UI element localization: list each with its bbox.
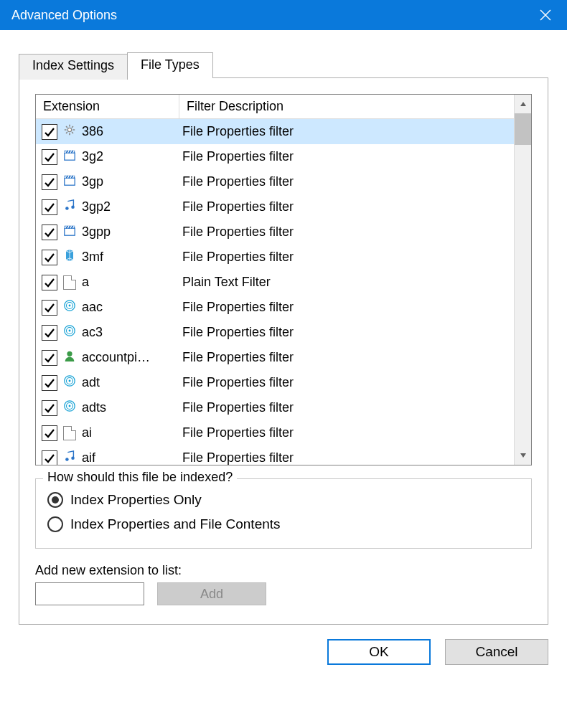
list-row[interactable]: 3mfFile Properties filter <box>36 245 514 270</box>
file-type-icon <box>62 325 78 341</box>
list-row[interactable]: adtFile Properties filter <box>36 370 514 395</box>
extension-cell: adt <box>82 375 175 390</box>
list-row[interactable]: adtsFile Properties filter <box>36 395 514 420</box>
list-row[interactable]: 3g2File Properties filter <box>36 144 514 169</box>
row-checkbox[interactable] <box>42 250 57 265</box>
add-button: Add <box>157 582 266 605</box>
row-checkbox[interactable] <box>42 325 57 341</box>
list-row[interactable]: aacFile Properties filter <box>36 295 514 320</box>
extension-cell: 3mf <box>82 250 175 265</box>
clapperboard-icon <box>63 174 76 190</box>
row-checkbox[interactable] <box>42 224 57 240</box>
file-type-icon <box>62 300 78 316</box>
extension-cell: ai <box>82 425 175 440</box>
list-row[interactable]: 386File Properties filter <box>36 119 514 144</box>
svg-marker-26 <box>520 102 526 106</box>
cancel-button[interactable]: Cancel <box>445 639 548 665</box>
row-checkbox[interactable] <box>42 400 57 416</box>
filter-description-cell: File Properties filter <box>175 174 514 189</box>
row-checkbox[interactable] <box>42 275 57 290</box>
file-type-icon <box>62 275 78 290</box>
file-type-icon <box>62 375 78 391</box>
file-type-icon <box>62 149 78 165</box>
svg-point-17 <box>67 351 72 356</box>
filter-description-cell: File Properties filter <box>175 450 514 465</box>
window-title: Advanced Options <box>11 8 117 23</box>
radio-label: Index Properties Only <box>70 492 202 508</box>
row-checkbox[interactable] <box>42 375 57 391</box>
filter-description-cell: File Properties filter <box>175 199 514 214</box>
titlebar: Advanced Options <box>0 0 567 30</box>
index-mode-group: How should this file be indexed? Index P… <box>35 478 532 549</box>
tab-file-types[interactable]: File Types <box>127 52 213 78</box>
filter-description-cell: File Properties filter <box>175 300 514 315</box>
filter-description-cell: File Properties filter <box>175 350 514 365</box>
extension-cell: 386 <box>82 124 175 139</box>
list-row[interactable]: 3gp2File Properties filter <box>36 194 514 219</box>
list-row[interactable]: 3gppFile Properties filter <box>36 219 514 245</box>
filter-description-cell: File Properties filter <box>175 124 514 139</box>
extension-cell: accountpi… <box>82 350 175 365</box>
row-checkbox[interactable] <box>42 350 57 366</box>
file-type-icon <box>62 350 78 366</box>
row-checkbox[interactable] <box>42 199 57 215</box>
add-extension-label: Add new extension to list: <box>35 563 532 578</box>
filter-description-cell: File Properties filter <box>175 325 514 340</box>
svg-point-8 <box>71 205 75 209</box>
file-type-icon <box>62 425 78 441</box>
svg-point-23 <box>69 405 71 407</box>
group-title: How should this file be indexed? <box>43 470 237 485</box>
row-checkbox[interactable] <box>42 300 57 316</box>
music-icon <box>63 450 76 465</box>
gear-icon <box>63 123 76 140</box>
close-icon <box>540 9 551 21</box>
list-row[interactable]: aiFile Properties filter <box>36 420 514 445</box>
column-header-filter-description[interactable]: Filter Description <box>179 95 514 118</box>
list-row[interactable]: aPlain Text Filter <box>36 270 514 295</box>
row-checkbox[interactable] <box>42 149 57 165</box>
file-type-icon <box>62 400 78 416</box>
svg-point-24 <box>65 458 69 461</box>
disc-icon <box>63 374 76 391</box>
clapperboard-icon <box>63 224 76 240</box>
new-extension-input[interactable] <box>35 582 144 605</box>
file-type-icon <box>62 199 78 215</box>
list-row[interactable]: 3gpFile Properties filter <box>36 169 514 194</box>
radio-label: Index Properties and File Contents <box>70 516 281 532</box>
row-checkbox[interactable] <box>42 450 57 465</box>
extension-cell: a <box>82 275 175 290</box>
column-header-extension[interactable]: Extension <box>36 95 179 118</box>
filter-description-cell: File Properties filter <box>175 149 514 164</box>
scroll-down-button[interactable] <box>515 446 531 465</box>
radio-indicator-icon <box>47 516 63 532</box>
svg-point-2 <box>67 128 71 131</box>
close-button[interactable] <box>524 0 567 30</box>
row-checkbox[interactable] <box>42 174 57 190</box>
svg-point-7 <box>65 207 69 210</box>
svg-point-25 <box>71 456 75 460</box>
radio-index-properties-only[interactable]: Index Properties Only <box>47 488 520 512</box>
filter-description-cell: File Properties filter <box>175 224 514 240</box>
file-icon <box>63 426 76 440</box>
scrollbar[interactable] <box>514 95 531 465</box>
row-checkbox[interactable] <box>42 425 57 441</box>
tab-index-settings[interactable]: Index Settings <box>19 54 128 80</box>
file-type-icon <box>62 224 78 240</box>
list-row[interactable]: accountpi…File Properties filter <box>36 345 514 370</box>
3d-icon <box>65 249 75 265</box>
scroll-up-button[interactable] <box>515 95 531 113</box>
list-row[interactable]: ac3File Properties filter <box>36 320 514 345</box>
extension-cell: ac3 <box>82 325 175 340</box>
svg-point-13 <box>69 305 71 307</box>
row-checkbox[interactable] <box>42 124 57 140</box>
svg-rect-5 <box>65 178 75 185</box>
list-row[interactable]: aifFile Properties filter <box>36 445 514 465</box>
disc-icon <box>63 299 76 316</box>
filter-description-cell: Plain Text Filter <box>175 275 514 290</box>
scroll-thumb[interactable] <box>515 113 531 145</box>
radio-index-properties-and-contents[interactable]: Index Properties and File Contents <box>47 512 520 536</box>
ok-button[interactable]: OK <box>327 639 431 665</box>
tab-panel-file-types: Extension Filter Description 386File Pro… <box>19 78 548 625</box>
scroll-track[interactable] <box>515 145 531 446</box>
file-type-icon <box>62 124 78 140</box>
